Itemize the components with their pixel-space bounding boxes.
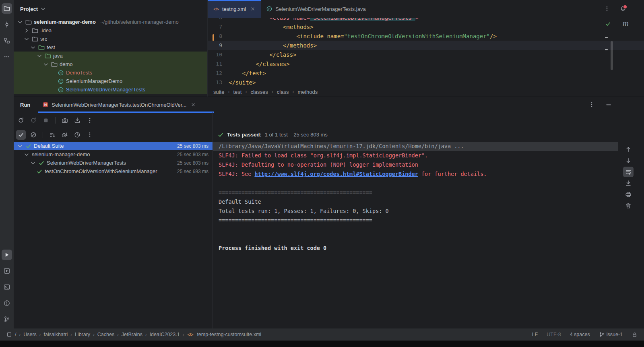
chevron-down-icon[interactable] [43, 61, 49, 68]
close-run-tab-icon[interactable] [190, 102, 196, 107]
class-file-icon: C [266, 6, 272, 12]
code-editor[interactable]: 6 <class name="SeleniumWebDriverManagerT… [207, 18, 644, 87]
chevron-down-icon[interactable] [30, 160, 36, 166]
import-test-results-icon[interactable] [72, 116, 82, 125]
more-run-actions-icon[interactable] [85, 116, 95, 125]
test-tree-item-testonchromeoldversionwithseleniummanager[interactable]: testOnChromeOldVersionWithSeleniumManage… [14, 167, 213, 176]
version-control-tool-icon[interactable] [2, 314, 12, 324]
chevron-down-icon[interactable] [23, 36, 30, 42]
more-filter-options-icon[interactable] [85, 130, 95, 140]
test-history-icon[interactable] [72, 130, 82, 140]
chevron-down-icon[interactable] [40, 6, 46, 12]
project-tool-icon[interactable] [2, 3, 12, 14]
project-tree-item-java[interactable]: java [14, 52, 207, 60]
test-tree-item-default-suite[interactable]: Default Suite25 sec 803 ms [14, 142, 213, 150]
tree-item-label: demo [60, 61, 73, 67]
tree-item-label: SeleniumWebDriverManagerTests [66, 87, 145, 93]
branch-name: issue-1 [607, 332, 623, 337]
notifications-bell-icon[interactable] [620, 6, 626, 12]
soft-wrap-icon[interactable] [623, 167, 634, 177]
window-mode-icon[interactable] [6, 332, 12, 337]
project-tree-item-seleniumwebdrivermanagertests[interactable]: CSeleniumWebDriverManagerTests [14, 85, 207, 94]
lock-icon[interactable] [632, 332, 638, 338]
breadcrumb-classes[interactable]: classes [250, 89, 268, 95]
terminal-tool-icon[interactable] [2, 282, 12, 292]
editor-more-icon[interactable] [604, 6, 610, 12]
current-file-crumb[interactable]: temp-testng-customsuite.xml [197, 332, 261, 337]
line-separator-widget[interactable]: LF [532, 332, 538, 337]
next-occurrence-icon[interactable] [623, 155, 634, 166]
breadcrumb-suite[interactable]: suite [213, 89, 224, 95]
tab-label: testng.xml [222, 6, 246, 12]
editor-tab-seleniumwebdrivermanagertests-java[interactable]: CSeleniumWebDriverManagerTests.java [261, 0, 371, 18]
prev-occurrence-icon[interactable] [623, 144, 634, 155]
rerun-failed-tests-icon[interactable] [29, 116, 38, 125]
indent-widget[interactable]: 4 spaces [570, 332, 590, 337]
project-tree-item-seleniummanagerdemo[interactable]: CSeleniumManagerDemo [14, 77, 207, 85]
path-crumb-library[interactable]: Library [75, 332, 90, 337]
project-tool-header[interactable]: Project [14, 0, 207, 18]
run-tool-icon[interactable] [2, 250, 12, 260]
breadcrumb-methods[interactable]: methods [297, 89, 318, 95]
breadcrumb-class[interactable]: class [277, 89, 289, 95]
root-path[interactable]: / [15, 332, 16, 337]
editor-tab-testng-xml[interactable]: </>testng.xml [208, 0, 261, 18]
structure-tool-icon[interactable] [2, 35, 12, 46]
project-tree-item-demotests[interactable]: CDemoTests [14, 68, 207, 77]
path-crumb-ideaic2023-1[interactable]: IdeaIC2023.1 [150, 332, 180, 337]
chevron-down-icon[interactable] [23, 151, 30, 158]
chevron-down-icon[interactable] [36, 53, 43, 59]
commit-tool-icon[interactable] [2, 19, 12, 30]
stop-icon[interactable] [41, 116, 51, 125]
path-crumb-users[interactable]: Users [23, 332, 37, 337]
rerun-tests-icon[interactable] [16, 116, 26, 125]
project-tree-item-test[interactable]: test [14, 43, 207, 52]
path-crumb-jetbrains[interactable]: JetBrains [122, 332, 142, 337]
scroll-to-end-icon[interactable] [623, 178, 634, 188]
project-tree-item-idea[interactable]: .idea [14, 26, 207, 35]
editor-scrollbar-thumb[interactable] [611, 41, 613, 70]
more-tools-icon[interactable] [2, 52, 12, 62]
console-text: SLF4J: See [219, 171, 254, 177]
sort-alphabetically-icon[interactable] [47, 130, 57, 140]
chevron-right-icon[interactable] [23, 27, 30, 34]
show-passed-icon[interactable] [16, 130, 26, 140]
show-ignored-icon[interactable] [29, 130, 38, 140]
tree-item-label: test [47, 44, 55, 50]
line-number: 13 [208, 79, 229, 85]
run-config-tab[interactable]: N SeleniumWebDriverManagerTests.testOnCh… [38, 97, 214, 112]
run-more-icon[interactable] [588, 101, 595, 108]
code-text: <class name="SeleniumWebDriverManagerTes… [229, 18, 419, 21]
inspections-ok-icon[interactable] [605, 21, 611, 27]
snapshot-icon[interactable] [60, 116, 70, 125]
project-tree-item-src[interactable]: src [14, 35, 207, 43]
clear-console-icon[interactable] [623, 200, 634, 211]
svg-text:</>: </> [188, 333, 194, 337]
chevron-down-icon[interactable] [17, 19, 23, 25]
sort-by-duration-icon[interactable] [60, 130, 70, 140]
assistant-overlay-m[interactable]: m [623, 19, 629, 29]
minimize-icon[interactable] [605, 101, 612, 108]
chevron-down-icon[interactable] [17, 143, 23, 149]
console-hyperlink[interactable]: http://www.slf4j.org/codes.html#StaticLo… [254, 171, 418, 177]
problems-tool-icon[interactable] [2, 298, 12, 308]
test-tree-item-seleniumwebdrivermanagertests[interactable]: SeleniumWebDriverManagerTests25 sec 803 … [14, 159, 213, 167]
code-line-12: 12 </test> [208, 68, 644, 78]
breadcrumb-test[interactable]: test [233, 89, 242, 95]
close-tab-icon[interactable] [250, 6, 256, 12]
services-tool-icon[interactable] [2, 266, 12, 276]
run-console[interactable]: /Library/Java/JavaVirtualMachines/temuri… [213, 142, 618, 329]
project-tree-item-demo[interactable]: demo [14, 60, 207, 68]
encoding-widget[interactable]: UTF-8 [547, 332, 561, 337]
test-tree-item-selenium-manager-demo[interactable]: selenium-manager-demo25 sec 803 ms [14, 150, 213, 159]
class-icon: C [58, 70, 64, 76]
print-icon[interactable] [623, 189, 634, 200]
sortAlpha-glyph-icon [49, 132, 56, 138]
git-branch-widget[interactable]: issue-1 [599, 332, 623, 337]
branch-glyph-icon [4, 316, 10, 322]
path-crumb-caches[interactable]: Caches [97, 332, 114, 337]
path-crumb-faisalkhatri[interactable]: faisalkhatri [43, 332, 68, 337]
svg-text:C: C [60, 71, 62, 74]
project-tree-item-selenium-manager-demo[interactable]: selenium-manager-demo~/github/selenium-m… [14, 18, 207, 26]
chevron-down-icon[interactable] [30, 44, 36, 51]
